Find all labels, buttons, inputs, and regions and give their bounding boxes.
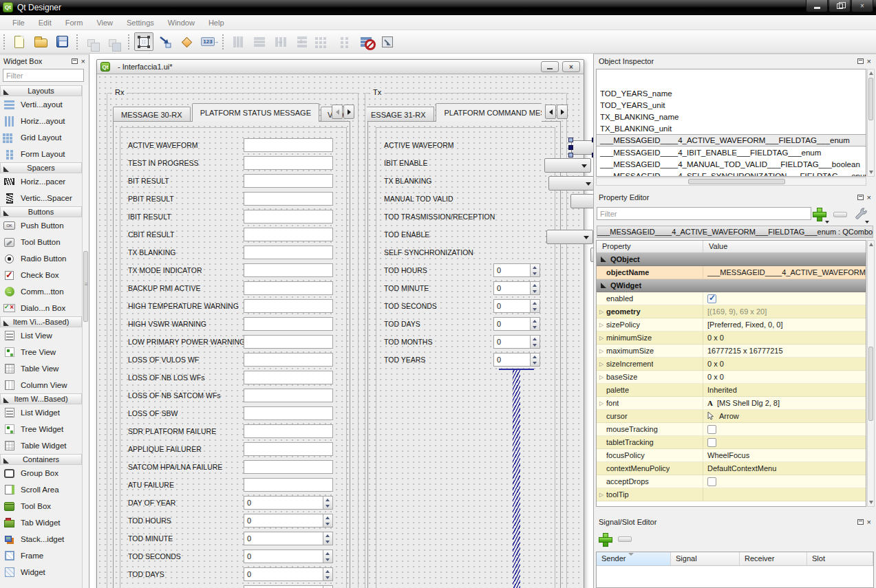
add-dynamic-property-button[interactable] — [813, 208, 825, 220]
pbit-result-input[interactable] — [244, 192, 333, 206]
widget-item-column-view[interactable]: Column View — [0, 377, 82, 393]
object-inspector-vscrollbar[interactable] — [867, 69, 875, 177]
widget-box-section-layouts[interactable]: Layouts — [0, 85, 82, 96]
widget-item-table-view[interactable]: Table View — [0, 360, 82, 377]
inspector-item[interactable]: TOD_YEARS_name — [597, 87, 866, 99]
scrollbar-thumb[interactable] — [83, 251, 88, 321]
column-header-receiver[interactable]: Receiver — [740, 552, 807, 565]
property-editor-vscrollbar[interactable] — [867, 240, 875, 507]
test-in-progress-input[interactable] — [244, 156, 333, 170]
tod-years-spinbox[interactable]: 0 — [493, 353, 540, 367]
property-row-palette[interactable]: paletteInherited — [597, 384, 866, 397]
sdr-platform-failure-input[interactable] — [244, 424, 333, 438]
selection-handle[interactable] — [568, 138, 573, 142]
layout-horizontally-button[interactable] — [228, 32, 248, 51]
toolbar-handle[interactable] — [222, 34, 224, 50]
active-waveform-combobox[interactable] — [571, 140, 593, 155]
widget-item-tab-widget[interactable]: Tab Widget — [0, 514, 82, 531]
widget-box-section-item-w-based[interactable]: Item W...Based) — [0, 393, 82, 404]
form-window-titlebar[interactable]: Qt - Interfaccia1.ui* × — [97, 60, 584, 74]
property-row-mousetracking[interactable]: mouseTracking — [597, 423, 866, 436]
checkbox-unchecked-icon[interactable] — [707, 477, 716, 486]
edit-widgets-button[interactable] — [134, 32, 153, 51]
spin-down-icon[interactable] — [323, 538, 332, 545]
bit-result-input[interactable] — [244, 174, 333, 188]
tod-seconds-spinbox[interactable]: 0 — [493, 299, 540, 313]
low-primary-power-warning-input[interactable] — [244, 335, 333, 349]
property-row-sizeincrement[interactable]: ▷sizeIncrement0 x 0 — [597, 358, 866, 371]
scrollbar-thumb[interactable] — [868, 347, 873, 421]
tab-essage-31-rx[interactable]: ESSAGE 31-RX — [367, 107, 434, 122]
tx-group-box[interactable]: Tx ESSAGE 31-RXPLATFORM COMMAND MESSAGE … — [365, 93, 567, 588]
break-layout-button[interactable] — [356, 32, 376, 51]
spin-down-icon[interactable] — [531, 306, 540, 312]
property-row-acceptdrops[interactable]: acceptDrops — [597, 475, 866, 488]
tab-scroll-left-button[interactable] — [545, 105, 556, 119]
widget-item-radio-button[interactable]: Radio Button — [0, 250, 82, 267]
layout-vertically-button[interactable] — [250, 32, 269, 51]
property-row-maximumsize[interactable]: ▷maximumSize16777215 x 16777215 — [597, 345, 866, 358]
form-canvas[interactable]: Rx MESSAGE 30-RXPLATFORM STATUS MESSAGEV… — [97, 74, 584, 588]
loss-of-nb-satcom-wfs-input[interactable] — [244, 389, 333, 402]
property-filter-input[interactable] — [597, 207, 811, 220]
tod-enable-combobox[interactable] — [546, 230, 593, 244]
property-row-font[interactable]: ▷fontA[MS Shell Dlg 2, 8] — [597, 397, 866, 410]
widget-item-tree-view[interactable]: Tree View — [0, 344, 82, 360]
inspector-item[interactable]: TOD_YEARS_unit — [597, 99, 866, 111]
widget-item-grid-layout[interactable]: Grid Layout — [0, 129, 82, 146]
widget-item-vertic-spacer[interactable]: Vertic...Spacer — [0, 190, 82, 206]
remove-dynamic-property-button[interactable] — [833, 212, 847, 217]
tab-platform-status-message[interactable]: PLATFORM STATUS MESSAGE — [192, 103, 319, 122]
close-button[interactable]: × — [851, 0, 873, 12]
loss-of-sbw-input[interactable] — [244, 406, 333, 420]
widget-item-group-box[interactable]: Group Box — [0, 465, 82, 481]
selection-handle[interactable] — [568, 153, 573, 157]
tab-scroll-right-button[interactable] — [557, 105, 568, 119]
tab-message-30-rx[interactable]: MESSAGE 30-RX — [113, 107, 191, 122]
close-panel-icon[interactable]: × — [81, 58, 85, 65]
menu-edit[interactable]: Edit — [32, 17, 58, 29]
property-row-basesize[interactable]: ▷baseSize0 x 0 — [597, 371, 866, 384]
toolbar-handle[interactable] — [76, 34, 78, 50]
widget-box-scrollbar[interactable] — [82, 85, 89, 588]
widget-item-tool-box[interactable]: Tool Box — [0, 498, 82, 514]
property-row-geometry[interactable]: ▷geometry[(169, 9), 69 x 20] — [597, 305, 866, 318]
spin-up-icon[interactable] — [531, 282, 540, 288]
spin-up-icon[interactable] — [323, 532, 332, 538]
tod-days-spinbox[interactable]: 0 — [493, 317, 540, 331]
atu-failure-input[interactable] — [244, 478, 333, 492]
property-row-tooltip[interactable]: ▷toolTip — [597, 488, 866, 501]
widget-item-scroll-area[interactable]: Scroll Area — [0, 481, 82, 498]
layout-form-button[interactable] — [335, 32, 354, 51]
menu-help[interactable]: Help — [202, 17, 231, 29]
selection-handle[interactable] — [568, 145, 573, 150]
selection-handle[interactable] — [592, 153, 593, 157]
widget-item-tool-button[interactable]: Tool Button — [0, 234, 82, 250]
configure-property-editor-button[interactable] — [853, 206, 868, 221]
day-of-year-spinbox[interactable]: 0 — [244, 496, 333, 510]
backup-rmi-active-input[interactable] — [244, 281, 333, 295]
menu-settings[interactable]: Settings — [120, 17, 161, 29]
close-panel-icon[interactable]: × — [867, 194, 871, 201]
spin-up-icon[interactable] — [531, 264, 540, 270]
adjust-size-button[interactable] — [378, 32, 397, 51]
spin-down-icon[interactable] — [323, 521, 332, 527]
inspector-item[interactable]: ___MESSAGEID____4_MANUAL_TOD_VALID___FIE… — [597, 158, 866, 170]
widget-item-horiz-ayout[interactable]: Horiz...ayout — [0, 113, 82, 129]
spin-up-icon[interactable] — [531, 318, 540, 324]
new-form-button[interactable] — [10, 32, 29, 51]
active-waveform-input[interactable] — [244, 138, 333, 152]
widget-item-stack-idget[interactable]: Stack...idget — [0, 531, 82, 547]
rx-group-box[interactable]: Rx MESSAGE 30-RXPLATFORM STATUS MESSAGEV… — [107, 93, 359, 588]
menu-file[interactable]: File — [6, 17, 32, 29]
spin-down-icon[interactable] — [531, 270, 540, 276]
cbit-result-input[interactable] — [244, 228, 333, 241]
column-header-sender[interactable]: Sender — [597, 552, 671, 565]
widget-box-section-containers[interactable]: Containers — [0, 454, 82, 465]
tx-blanking-input[interactable] — [244, 246, 333, 259]
high-vswr-warning-input[interactable] — [244, 317, 333, 331]
spin-up-icon[interactable] — [531, 300, 540, 306]
widget-item-push-button[interactable]: Push Button — [0, 217, 82, 234]
property-group-qobject[interactable]: QObject — [597, 253, 866, 266]
add-connection-button[interactable] — [599, 533, 611, 545]
